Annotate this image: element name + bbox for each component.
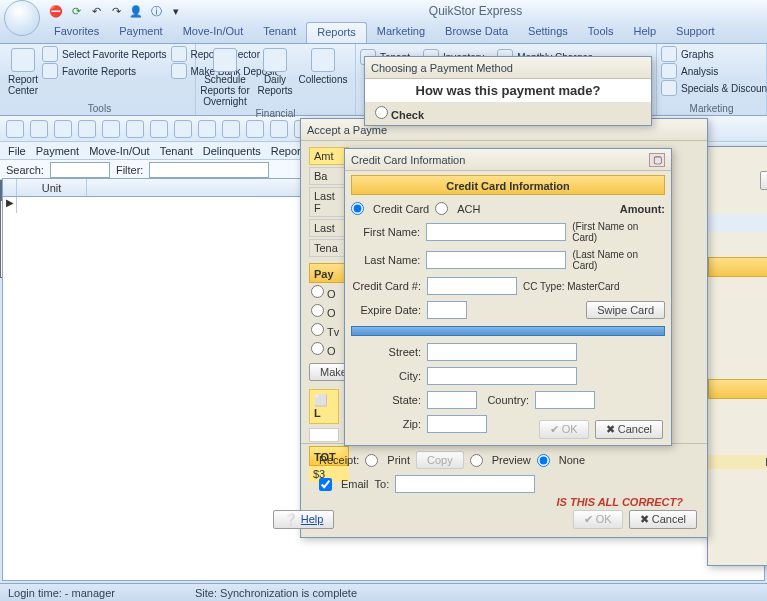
tool-icon-11[interactable] [246, 120, 264, 138]
country-input[interactable] [535, 391, 595, 409]
filter-label: Filter: [116, 164, 144, 176]
ribbon-tabs: Favorites Payment Move-In/Out Tenant Rep… [0, 22, 767, 44]
status-site: Site: Synchronization is complete [195, 587, 357, 599]
report-icon [11, 48, 35, 72]
daily-reports-button[interactable]: Daily Reports [254, 46, 296, 96]
tab-tools[interactable]: Tools [578, 22, 624, 43]
state-input[interactable] [427, 391, 477, 409]
qat-refresh-icon[interactable]: ⟳ [68, 3, 84, 19]
accept-ok-button[interactable]: ✔ OK [573, 510, 623, 529]
strike-row: ⬜ L [309, 389, 339, 424]
tab-tenant[interactable]: Tenant [253, 22, 306, 43]
daily-icon [263, 48, 287, 72]
dailychrg-label: Daily Chrg: [708, 469, 767, 483]
pay-opt-4[interactable] [311, 342, 324, 355]
method-check-radio[interactable] [375, 106, 388, 119]
menu-tenant[interactable]: Tenant [160, 145, 193, 157]
receipt-none[interactable] [537, 454, 550, 467]
tab-moveinout[interactable]: Move-In/Out [173, 22, 254, 43]
tool-icon-3[interactable] [54, 120, 72, 138]
app-orb[interactable] [4, 0, 40, 36]
schedule-reports-button[interactable]: Schedule Reports for Overnight [200, 46, 250, 107]
information-header: Information [708, 214, 767, 232]
cc-panel-header: Credit Card Information [351, 175, 665, 195]
qat-redo-icon[interactable]: ↷ [108, 3, 124, 19]
graphs-button[interactable]: Graphs [661, 46, 767, 62]
tab-favorites[interactable]: Favorites [44, 22, 109, 43]
pay-opt-1[interactable] [311, 285, 324, 298]
method-title: Choosing a Payment Method [371, 62, 513, 74]
email-to-input[interactable] [395, 475, 535, 493]
select-favorite-button[interactable]: Select Favorite Reports [42, 46, 167, 62]
receipt-preview[interactable] [470, 454, 483, 467]
lastname-input[interactable] [426, 251, 566, 269]
qat-info-icon[interactable]: ⓘ [148, 3, 164, 19]
firstname-input[interactable] [426, 223, 566, 241]
pay-opt-3[interactable] [311, 323, 324, 336]
search-label: Search: [6, 164, 44, 176]
tab-browsedata[interactable]: Browse Data [435, 22, 518, 43]
menu-delinquents[interactable]: Delinquents [203, 145, 261, 157]
menu-payment[interactable]: Payment [36, 145, 79, 157]
cc-type-ach[interactable] [435, 202, 448, 215]
tab-help[interactable]: Help [623, 22, 666, 43]
ccno-label: Credit Card #: [351, 280, 421, 292]
accept-cancel-button[interactable]: ✖ Cancel [629, 510, 697, 529]
city-label: City: [351, 370, 421, 382]
tab-payment[interactable]: Payment [109, 22, 172, 43]
information-panel: elp ❔ Help Information Misc ◂ ersonal In… [707, 146, 767, 566]
financial-header: nancial In [708, 379, 767, 399]
tool-icon-7[interactable] [150, 120, 168, 138]
tool-icon-4[interactable] [78, 120, 96, 138]
grid-rowselector-col [3, 179, 17, 196]
tab-marketing[interactable]: Marketing [367, 22, 435, 43]
email-check[interactable] [319, 478, 332, 491]
info-help-button[interactable]: ❔ Help [760, 171, 767, 190]
qat-stop-icon[interactable]: ⛔ [48, 3, 64, 19]
street-input[interactable] [427, 343, 577, 361]
tool-icon-1[interactable] [6, 120, 24, 138]
qat-person-icon[interactable]: 👤 [128, 3, 144, 19]
tool-icon-10[interactable] [222, 120, 240, 138]
pay-opt-2[interactable] [311, 304, 324, 317]
ba-row: Ba [309, 167, 349, 185]
analysis-button[interactable]: Analysis [661, 63, 767, 79]
cc-close-icon[interactable]: ▢ [649, 153, 665, 167]
tool-icon-9[interactable] [198, 120, 216, 138]
lastaction-label: Last Action: [708, 455, 767, 469]
qat-dropdown-icon[interactable]: ▾ [168, 3, 184, 19]
menu-moveinout[interactable]: Move-In/Out [89, 145, 150, 157]
cc-type-credit[interactable] [351, 202, 364, 215]
tool-icon-2[interactable] [30, 120, 48, 138]
specials-button[interactable]: Specials & Discounts [661, 80, 767, 96]
tool-icon-12[interactable] [270, 120, 288, 138]
cc-cancel-button[interactable]: ✖ Cancel [595, 420, 663, 439]
expire-input[interactable] [427, 301, 467, 319]
tab-reports[interactable]: Reports [306, 22, 367, 43]
cc-title: Credit Card Information [351, 154, 465, 166]
tool-icon-5[interactable] [102, 120, 120, 138]
tag-icon [661, 80, 677, 96]
app-title: QuikStor Express [184, 4, 767, 18]
cc-ok-button[interactable]: ✔ OK [539, 420, 589, 439]
swipe-button[interactable]: Swipe Card [586, 301, 665, 319]
copy-button[interactable]: Copy [416, 451, 464, 469]
tab-support[interactable]: Support [666, 22, 725, 43]
favorite-reports-button[interactable]: Favorite Reports [42, 63, 167, 79]
accept-help-button[interactable]: ❔ Help [273, 510, 335, 529]
tool-icon-8[interactable] [174, 120, 192, 138]
grid-col-unit[interactable]: Unit [17, 179, 87, 196]
filter-input[interactable] [149, 162, 269, 178]
zip-input[interactable] [427, 415, 487, 433]
report-center-button[interactable]: Report Center [8, 46, 38, 96]
receipt-print[interactable] [365, 454, 378, 467]
tool-icon-6[interactable] [126, 120, 144, 138]
ccno-input[interactable] [427, 277, 517, 295]
city-input[interactable] [427, 367, 577, 385]
collections-button[interactable]: Collections [300, 46, 346, 85]
search-input[interactable] [50, 162, 110, 178]
tab-settings[interactable]: Settings [518, 22, 578, 43]
to-label: To: [375, 478, 390, 490]
qat-undo-icon[interactable]: ↶ [88, 3, 104, 19]
menu-file[interactable]: File [8, 145, 26, 157]
